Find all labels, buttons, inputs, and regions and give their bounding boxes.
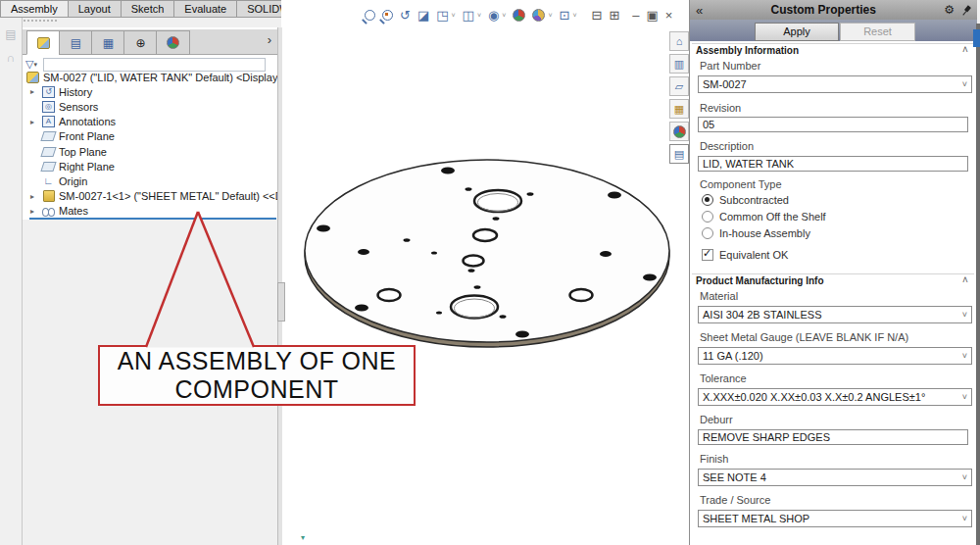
annotations-folder-icon: A [42, 116, 55, 127]
description-field[interactable] [698, 156, 968, 172]
view-settings-icon[interactable]: ⊡ [560, 8, 570, 23]
assembly-feature-icon[interactable]: ▤ [0, 27, 22, 41]
hide-show-items-icon[interactable]: ◉ [488, 8, 499, 23]
design-library-tab[interactable]: ▥ [669, 54, 689, 74]
trade-source-combo[interactable]: SHEET METAL SHOP ˅ [698, 510, 972, 527]
view-palette-tab[interactable]: ▦ [669, 99, 689, 119]
sheet-metal-gauge-combo[interactable]: 11 GA (.120) ˅ [698, 347, 972, 365]
radio-subcontracted[interactable]: Subcontracted [702, 194, 789, 206]
finish-combo[interactable]: SEE NOTE 4 ˅ [698, 469, 972, 486]
sketch-profile-icon[interactable]: ∩ [0, 51, 22, 65]
panel-title: Custom Properties [703, 3, 944, 17]
display-style-icon[interactable]: ◫ [463, 8, 474, 23]
apply-button[interactable]: Apply [755, 23, 839, 41]
radio-button-icon[interactable] [702, 194, 713, 206]
part-number-value: SM-0027 [703, 78, 962, 90]
tree-item-sensors[interactable]: ▸◎Sensors [23, 99, 277, 114]
flyout-side-tab[interactable] [973, 29, 980, 47]
checkbox-icon[interactable] [702, 249, 713, 261]
radio-label: Common Off the Shelf [719, 211, 826, 223]
window-right-edge [976, 24, 980, 545]
section-product-manufacturing-info: Product Manufacturing Info [696, 275, 824, 286]
feature-manager-panel: ▤ ▦ ⊕ › ▽▾ SM-0027 ("LID, WATER TANK" De… [23, 27, 278, 545]
part-number-combo[interactable]: SM-0027 ˅ [698, 75, 972, 93]
tree-item-assembly-root[interactable]: SM-0027 ("LID, WATER TANK" Default) <Dis… [23, 70, 277, 84]
tree-item-top-plane[interactable]: ▸Top Plane [23, 144, 277, 159]
tab-dimxpertmanager[interactable]: ⊕ [123, 30, 158, 55]
chevron-down-icon: ˅ [962, 472, 967, 482]
tree-item-right-plane[interactable]: ▸Right Plane [23, 159, 277, 173]
apply-scene-dropdown-icon[interactable]: ˅ [548, 12, 552, 19]
tab-strip-more-icon[interactable]: › [268, 32, 271, 47]
task-pane-tab-strip: ⌂ ▥ ▱ ▦ ▤ [669, 31, 688, 164]
minimize-icon[interactable]: – [632, 8, 639, 23]
section-collapse-icon[interactable]: ˄ [962, 44, 968, 55]
custom-properties-tab[interactable]: ▤ [669, 144, 689, 164]
feature-manager-tab-strip: ▤ ▦ ⊕ › [23, 29, 277, 55]
solidworks-window: Assembly Layout Sketch Evaluate SOLIDWOR… [0, 0, 980, 545]
radio-button-icon[interactable] [702, 211, 713, 223]
tree-item-mates[interactable]: ▸Mates [23, 204, 277, 219]
tree-item-component-sm-0027-1[interactable]: ▸SM-0027-1<1> ("SHEET METAL" Default) <<… [23, 189, 277, 204]
gear-icon[interactable]: ⚙ [944, 3, 955, 17]
radio-button-icon[interactable] [702, 227, 713, 239]
trade-source-value: SHEET METAL SHOP [703, 513, 962, 524]
tab-featuremanager-tree[interactable] [26, 30, 61, 55]
previous-view-icon[interactable]: ↺ [400, 8, 411, 23]
view-settings-dropdown-icon[interactable]: ˅ [572, 12, 576, 19]
pane-left-icon[interactable]: ⊟ [592, 8, 603, 23]
view-orientation-dropdown-icon[interactable]: ˅ [452, 12, 456, 19]
hide-show-dropdown-icon[interactable]: ˅ [502, 12, 506, 19]
tree-item-label: Origin [59, 175, 87, 187]
chevron-down-icon: ˅ [962, 514, 967, 523]
section-collapse-icon[interactable]: ˄ [962, 274, 968, 285]
zoom-to-fit-icon[interactable] [365, 10, 375, 21]
display-style-dropdown-icon[interactable]: ˅ [477, 12, 481, 19]
tab-displaymanager[interactable] [156, 30, 190, 55]
tolerance-combo[interactable]: X.XXX±0.020 X.XX±0.03 X.X±0.2 ANGLES±1° … [698, 388, 972, 406]
material-combo[interactable]: AISI 304 2B STAINLESS ˅ [698, 306, 972, 323]
expand-arrow-icon[interactable]: ▸ [30, 192, 42, 201]
file-explorer-tab[interactable]: ▱ [669, 76, 689, 96]
tab-evaluate[interactable]: Evaluate [174, 0, 237, 18]
tree-item-annotations[interactable]: ▸AAnnotations [23, 115, 277, 129]
radio-common-off-the-shelf[interactable]: Common Off the Shelf [702, 211, 826, 223]
tree-item-origin[interactable]: ▸∟Origin [23, 173, 277, 188]
tab-layout[interactable]: Layout [69, 0, 122, 18]
expand-arrow-icon[interactable]: ▸ [30, 87, 42, 96]
tree-item-label: Top Plane [59, 146, 107, 158]
panel-collapse-icon[interactable]: « [696, 3, 703, 18]
tab-propertymanager[interactable]: ▤ [59, 30, 93, 55]
equivalent-ok-checkbox-row[interactable]: Equivalent OK [702, 249, 788, 261]
part-lid-water-tank[interactable] [281, 0, 689, 545]
reset-button[interactable]: Reset [840, 23, 915, 41]
assembly-icon [26, 72, 39, 83]
home-icon: ⌂ [676, 35, 683, 47]
section-view-icon[interactable]: ◪ [417, 8, 429, 23]
pane-right-icon[interactable]: ⊞ [609, 8, 619, 23]
tab-sketch[interactable]: Sketch [122, 0, 175, 18]
radio-in-house-assembly[interactable]: In-house Assembly [702, 227, 810, 239]
view-orientation-icon[interactable]: ◳ [436, 8, 448, 23]
solidworks-resources-tab[interactable]: ⌂ [669, 31, 689, 51]
restore-icon[interactable]: ▣ [647, 8, 659, 23]
apply-scene-icon[interactable] [532, 9, 545, 22]
material-label: Material [700, 290, 738, 302]
revision-field[interactable] [698, 117, 968, 132]
tab-assembly[interactable]: Assembly [0, 0, 69, 18]
tab-configurationmanager[interactable]: ▦ [91, 30, 125, 55]
pin-icon[interactable] [958, 2, 973, 17]
panel-splitter-handle[interactable] [277, 282, 285, 322]
edit-appearance-icon[interactable] [513, 9, 525, 22]
close-icon[interactable]: × [665, 8, 673, 23]
expand-arrow-icon[interactable]: ▸ [30, 118, 42, 126]
tree-item-front-plane[interactable]: ▸Front Plane [23, 129, 277, 144]
tree-item-history[interactable]: ▸↺History [23, 84, 277, 99]
appearances-tab[interactable] [669, 122, 689, 141]
description-label: Description [700, 140, 754, 152]
folder-icon: ▱ [675, 80, 683, 93]
zoom-to-area-icon[interactable] [382, 10, 393, 21]
deburr-field[interactable] [698, 429, 968, 445]
expand-arrow-icon[interactable]: ▸ [30, 207, 42, 216]
filter-dropdown-icon[interactable]: ▾ [33, 61, 37, 69]
